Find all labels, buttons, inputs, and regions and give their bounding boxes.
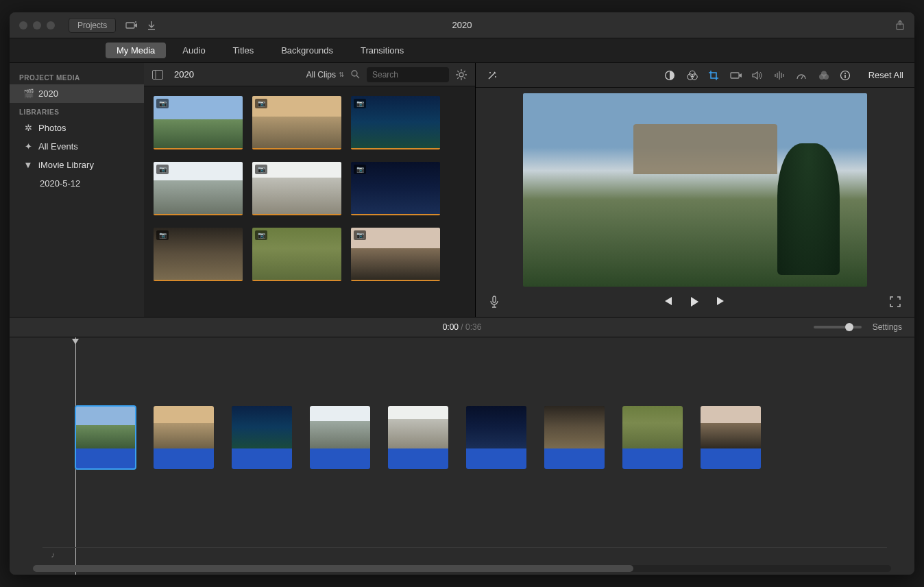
clip-filter-label: All Clips	[306, 70, 336, 80]
noise-reduction-icon[interactable]	[774, 71, 788, 80]
volume-icon[interactable]	[752, 71, 766, 80]
media-thumbnail[interactable]: 📷	[252, 228, 341, 281]
media-thumbnail[interactable]: 📷	[154, 162, 243, 215]
timecode-bar: 0:00 / 0:36 Settings	[10, 317, 914, 337]
sidebar-item-label: Photos	[38, 123, 66, 133]
fullscreen-icon[interactable]	[890, 296, 901, 307]
timeline-clip[interactable]	[232, 406, 292, 469]
speed-icon[interactable]	[796, 71, 810, 80]
stabilization-icon[interactable]	[730, 71, 744, 80]
crop-icon[interactable]	[708, 70, 722, 81]
titlebar: Projects 2020	[10, 12, 914, 38]
preview-viewer	[476, 88, 914, 287]
play-button[interactable]	[690, 296, 699, 307]
media-thumbnail[interactable]: 📷	[154, 96, 243, 149]
reset-all-button[interactable]: Reset All	[868, 70, 903, 80]
horizontal-scrollbar[interactable]	[33, 565, 891, 572]
svg-rect-32	[493, 296, 496, 302]
clip-filter-dropdown[interactable]: All Clips ⇅	[306, 70, 344, 80]
timeline[interactable]: ♪	[10, 337, 914, 575]
svg-line-14	[464, 71, 465, 72]
camera-icon: 📷	[255, 99, 267, 108]
camera-icon: 📷	[354, 99, 366, 108]
camera-icon: 📷	[255, 165, 267, 174]
window-controls	[19, 21, 55, 29]
timeline-clip[interactable]	[388, 406, 448, 469]
camera-icon: 📷	[156, 99, 169, 108]
tab-backgrounds[interactable]: Backgrounds	[270, 43, 344, 58]
chevron-updown-icon: ⇅	[339, 71, 344, 78]
sidebar-item-imovie-library[interactable]: ▼ iMovie Library	[10, 156, 144, 174]
total-duration: 0:36	[465, 322, 481, 332]
svg-rect-2	[153, 70, 163, 79]
browser-toolbar: 2020 All Clips ⇅	[144, 63, 475, 86]
media-thumbnail[interactable]: 📷	[252, 162, 341, 215]
timeline-clip[interactable]	[466, 406, 526, 469]
media-tabs: My Media Audio Titles Backgrounds Transi…	[10, 38, 914, 63]
adjustments-toolbar: Reset All	[476, 63, 914, 88]
timeline-clip[interactable]	[75, 406, 136, 469]
svg-point-28	[821, 71, 827, 76]
media-thumbnail[interactable]: 📷	[154, 228, 243, 281]
sidebar-item-label: 2020-5-12	[40, 178, 80, 189]
tab-transitions[interactable]: Transitions	[350, 43, 415, 58]
sidebar-item-label: All Events	[38, 141, 78, 152]
timeline-clip[interactable]	[310, 406, 370, 469]
timeline-clip[interactable]	[154, 406, 214, 469]
audio-track[interactable]: ♪	[42, 547, 887, 561]
svg-point-4	[352, 71, 357, 76]
color-correction-icon[interactable]	[686, 70, 700, 81]
sidebar-item-event[interactable]: 2020-5-12	[10, 174, 144, 193]
camera-icon: 📷	[354, 230, 366, 240]
svg-line-12	[464, 77, 465, 78]
settings-button[interactable]: Settings	[873, 322, 902, 332]
gear-icon[interactable]	[456, 69, 467, 80]
libraries-heading: LIBRARIES	[10, 103, 144, 119]
media-grid: 📷📷📷📷📷📷📷📷📷	[144, 86, 475, 317]
voiceover-mic-icon[interactable]	[489, 296, 499, 308]
window-title: 2020	[452, 20, 472, 30]
media-thumbnail[interactable]: 📷	[351, 162, 440, 215]
timeline-clip[interactable]	[544, 406, 605, 469]
search-icon	[351, 70, 360, 79]
library-sidebar: PROJECT MEDIA 🎬 2020 LIBRARIES ✲ Photos …	[10, 63, 144, 317]
timeline-clip[interactable]	[701, 406, 761, 469]
import-icon[interactable]	[125, 21, 138, 30]
layout-toggle-icon[interactable]	[152, 70, 163, 80]
media-thumbnail[interactable]: 📷	[252, 96, 341, 149]
search-input[interactable]	[367, 67, 449, 82]
preview-frame[interactable]	[523, 93, 867, 287]
magic-wand-icon[interactable]	[487, 70, 500, 81]
sidebar-item-project[interactable]: 🎬 2020	[10, 84, 144, 103]
tab-audio[interactable]: Audio	[171, 43, 216, 58]
sidebar-item-photos[interactable]: ✲ Photos	[10, 119, 144, 137]
media-thumbnail[interactable]: 📷	[351, 228, 440, 281]
color-balance-icon[interactable]	[664, 70, 678, 81]
timeline-clip[interactable]	[622, 406, 683, 469]
zoom-window-button[interactable]	[47, 21, 55, 29]
close-window-button[interactable]	[19, 21, 27, 29]
svg-point-6	[459, 73, 463, 77]
info-icon[interactable]	[840, 70, 853, 81]
svg-line-25	[801, 75, 803, 79]
camera-icon: 📷	[156, 230, 169, 240]
tab-my-media[interactable]: My Media	[106, 43, 166, 58]
svg-line-13	[457, 77, 459, 78]
minimize-window-button[interactable]	[33, 21, 41, 29]
svg-rect-19	[731, 73, 739, 78]
disclosure-triangle-icon[interactable]: ▼	[23, 160, 33, 170]
svg-rect-0	[126, 23, 134, 28]
share-button[interactable]	[895, 20, 905, 31]
zoom-slider[interactable]	[814, 326, 862, 328]
svg-line-11	[457, 71, 459, 72]
tab-titles[interactable]: Titles	[222, 43, 265, 58]
media-thumbnail[interactable]: 📷	[351, 96, 440, 149]
camera-icon: 📷	[156, 165, 169, 174]
next-button[interactable]	[716, 296, 727, 307]
sidebar-item-all-events[interactable]: ✦ All Events	[10, 137, 144, 156]
previous-button[interactable]	[662, 296, 673, 307]
sidebar-item-label: iMovie Library	[38, 160, 94, 170]
download-icon[interactable]	[147, 21, 156, 30]
filters-icon[interactable]	[818, 70, 831, 81]
projects-button[interactable]: Projects	[69, 18, 116, 33]
